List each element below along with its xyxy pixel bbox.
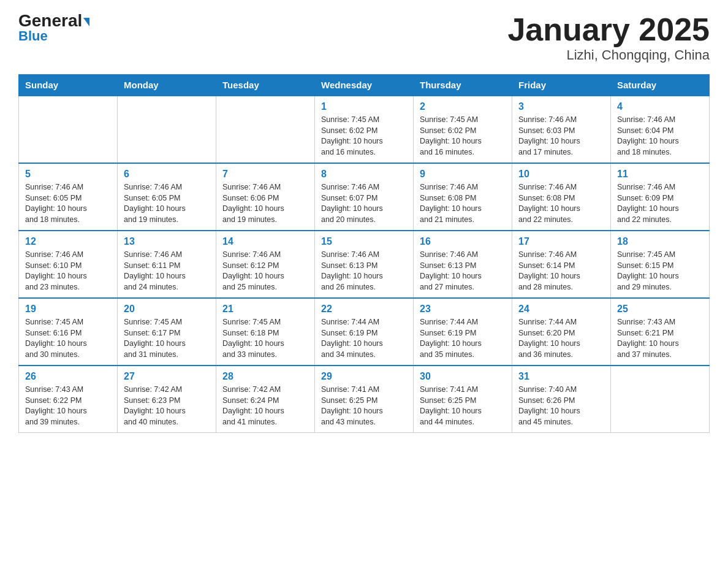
calendar-week-row: 19Sunrise: 7:45 AMSunset: 6:16 PMDayligh… [19,298,710,366]
calendar-header: SundayMondayTuesdayWednesdayThursdayFrid… [19,75,710,96]
day-info: Sunrise: 7:46 AMSunset: 6:07 PMDaylight:… [321,182,407,225]
day-info: Sunrise: 7:46 AMSunset: 6:13 PMDaylight:… [420,250,506,293]
calendar-week-row: 12Sunrise: 7:46 AMSunset: 6:10 PMDayligh… [19,231,710,298]
calendar-day-cell [216,96,315,163]
calendar-day-cell: 21Sunrise: 7:45 AMSunset: 6:18 PMDayligh… [216,298,315,366]
day-info: Sunrise: 7:46 AMSunset: 6:03 PMDaylight:… [518,115,604,158]
day-number: 22 [321,304,407,315]
calendar-day-cell: 20Sunrise: 7:45 AMSunset: 6:17 PMDayligh… [118,298,216,366]
calendar-day-cell: 11Sunrise: 7:46 AMSunset: 6:09 PMDayligh… [611,163,710,231]
day-number: 4 [617,101,703,112]
day-info: Sunrise: 7:46 AMSunset: 6:14 PMDaylight:… [518,250,604,293]
title-block: January 2025 Lizhi, Chongqing, China [507,12,710,63]
day-info: Sunrise: 7:46 AMSunset: 6:08 PMDaylight:… [518,182,604,225]
calendar-day-cell: 8Sunrise: 7:46 AMSunset: 6:07 PMDaylight… [315,163,414,231]
day-number: 29 [321,371,407,382]
calendar-day-cell: 12Sunrise: 7:46 AMSunset: 6:10 PMDayligh… [19,231,118,298]
calendar-day-cell: 31Sunrise: 7:40 AMSunset: 6:26 PMDayligh… [512,366,611,433]
day-info: Sunrise: 7:46 AMSunset: 6:10 PMDaylight:… [25,250,111,293]
calendar-day-cell: 29Sunrise: 7:41 AMSunset: 6:25 PMDayligh… [315,366,414,433]
day-info: Sunrise: 7:46 AMSunset: 6:12 PMDaylight:… [222,250,308,293]
day-info: Sunrise: 7:46 AMSunset: 6:05 PMDaylight:… [25,182,111,225]
calendar-day-cell: 7Sunrise: 7:46 AMSunset: 6:06 PMDaylight… [216,163,315,231]
day-number: 1 [321,101,407,112]
day-info: Sunrise: 7:44 AMSunset: 6:20 PMDaylight:… [518,317,604,360]
day-number: 7 [222,169,308,180]
day-info: Sunrise: 7:42 AMSunset: 6:23 PMDaylight:… [124,385,210,427]
day-info: Sunrise: 7:46 AMSunset: 6:05 PMDaylight:… [124,182,210,225]
day-info: Sunrise: 7:45 AMSunset: 6:17 PMDaylight:… [124,317,210,360]
day-number: 24 [518,304,604,315]
day-number: 21 [222,304,308,315]
day-number: 16 [420,236,506,247]
calendar-day-cell: 5Sunrise: 7:46 AMSunset: 6:05 PMDaylight… [19,163,118,231]
day-info: Sunrise: 7:41 AMSunset: 6:25 PMDaylight:… [321,385,407,427]
logo: General Blue [18,12,89,44]
day-number: 6 [124,169,210,180]
day-info: Sunrise: 7:42 AMSunset: 6:24 PMDaylight:… [222,385,308,427]
day-number: 23 [420,304,506,315]
calendar-day-cell [118,96,216,163]
calendar-day-cell: 24Sunrise: 7:44 AMSunset: 6:20 PMDayligh… [512,298,611,366]
calendar-day-cell: 18Sunrise: 7:45 AMSunset: 6:15 PMDayligh… [611,231,710,298]
day-info: Sunrise: 7:46 AMSunset: 6:06 PMDaylight:… [222,182,308,225]
day-number: 2 [420,101,506,112]
day-number: 19 [25,304,111,315]
calendar-weekday-header: Friday [512,75,611,96]
day-info: Sunrise: 7:46 AMSunset: 6:13 PMDaylight:… [321,250,407,293]
day-info: Sunrise: 7:41 AMSunset: 6:25 PMDaylight:… [420,385,506,427]
day-number: 25 [617,304,703,315]
day-number: 11 [617,169,703,180]
calendar-day-cell: 14Sunrise: 7:46 AMSunset: 6:12 PMDayligh… [216,231,315,298]
calendar-day-cell: 13Sunrise: 7:46 AMSunset: 6:11 PMDayligh… [118,231,216,298]
calendar-day-cell: 9Sunrise: 7:46 AMSunset: 6:08 PMDaylight… [414,163,512,231]
calendar-day-cell: 1Sunrise: 7:45 AMSunset: 6:02 PMDaylight… [315,96,414,163]
calendar-weekday-header: Thursday [414,75,512,96]
day-number: 20 [124,304,210,315]
calendar-day-cell: 4Sunrise: 7:46 AMSunset: 6:04 PMDaylight… [611,96,710,163]
calendar-subtitle: Lizhi, Chongqing, China [507,47,710,63]
day-info: Sunrise: 7:45 AMSunset: 6:02 PMDaylight:… [420,115,506,158]
day-info: Sunrise: 7:44 AMSunset: 6:19 PMDaylight:… [420,317,506,360]
calendar-day-cell: 10Sunrise: 7:46 AMSunset: 6:08 PMDayligh… [512,163,611,231]
calendar-day-cell: 15Sunrise: 7:46 AMSunset: 6:13 PMDayligh… [315,231,414,298]
day-number: 5 [25,169,111,180]
logo-blue-text: Blue [18,28,48,44]
day-info: Sunrise: 7:45 AMSunset: 6:02 PMDaylight:… [321,115,407,158]
calendar-day-cell [611,366,710,433]
calendar-day-cell [19,96,118,163]
day-info: Sunrise: 7:45 AMSunset: 6:16 PMDaylight:… [25,317,111,360]
calendar-weekday-header: Saturday [611,75,710,96]
calendar-day-cell: 27Sunrise: 7:42 AMSunset: 6:23 PMDayligh… [118,366,216,433]
day-number: 13 [124,236,210,247]
day-info: Sunrise: 7:43 AMSunset: 6:21 PMDaylight:… [617,317,703,360]
calendar-day-cell: 25Sunrise: 7:43 AMSunset: 6:21 PMDayligh… [611,298,710,366]
calendar-week-row: 26Sunrise: 7:43 AMSunset: 6:22 PMDayligh… [19,366,710,433]
day-number: 12 [25,236,111,247]
calendar-day-cell: 28Sunrise: 7:42 AMSunset: 6:24 PMDayligh… [216,366,315,433]
calendar-header-row: SundayMondayTuesdayWednesdayThursdayFrid… [19,75,710,96]
day-info: Sunrise: 7:44 AMSunset: 6:19 PMDaylight:… [321,317,407,360]
calendar-week-row: 5Sunrise: 7:46 AMSunset: 6:05 PMDaylight… [19,163,710,231]
page-header: General Blue January 2025 Lizhi, Chongqi… [18,12,710,63]
calendar-day-cell: 30Sunrise: 7:41 AMSunset: 6:25 PMDayligh… [414,366,512,433]
day-info: Sunrise: 7:46 AMSunset: 6:04 PMDaylight:… [617,115,703,158]
calendar-day-cell: 22Sunrise: 7:44 AMSunset: 6:19 PMDayligh… [315,298,414,366]
calendar-day-cell: 2Sunrise: 7:45 AMSunset: 6:02 PMDaylight… [414,96,512,163]
day-number: 28 [222,371,308,382]
day-info: Sunrise: 7:46 AMSunset: 6:09 PMDaylight:… [617,182,703,225]
day-number: 26 [25,371,111,382]
day-number: 30 [420,371,506,382]
day-info: Sunrise: 7:46 AMSunset: 6:11 PMDaylight:… [124,250,210,293]
calendar-day-cell: 17Sunrise: 7:46 AMSunset: 6:14 PMDayligh… [512,231,611,298]
calendar-day-cell: 26Sunrise: 7:43 AMSunset: 6:22 PMDayligh… [19,366,118,433]
day-number: 15 [321,236,407,247]
day-number: 14 [222,236,308,247]
calendar-title: January 2025 [507,12,710,47]
day-number: 9 [420,169,506,180]
day-number: 17 [518,236,604,247]
day-info: Sunrise: 7:45 AMSunset: 6:18 PMDaylight:… [222,317,308,360]
day-number: 18 [617,236,703,247]
calendar-day-cell: 16Sunrise: 7:46 AMSunset: 6:13 PMDayligh… [414,231,512,298]
calendar-weekday-header: Wednesday [315,75,414,96]
